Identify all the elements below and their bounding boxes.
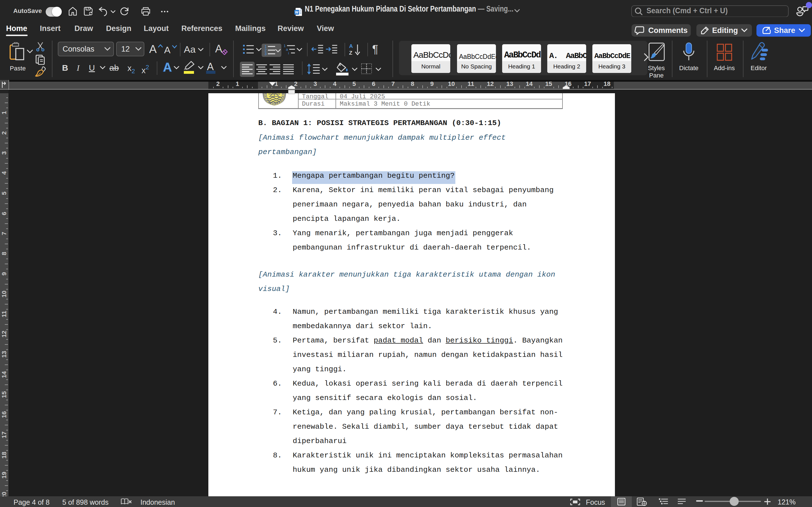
svg-text:i: i bbox=[288, 51, 289, 55]
svg-text:1: 1 bbox=[284, 44, 286, 48]
svg-text:a: a bbox=[286, 47, 288, 52]
svg-text:Z: Z bbox=[349, 50, 352, 56]
svg-text:3: 3 bbox=[264, 52, 267, 55]
svg-text:W: W bbox=[295, 10, 299, 14]
svg-text:A: A bbox=[349, 43, 353, 49]
